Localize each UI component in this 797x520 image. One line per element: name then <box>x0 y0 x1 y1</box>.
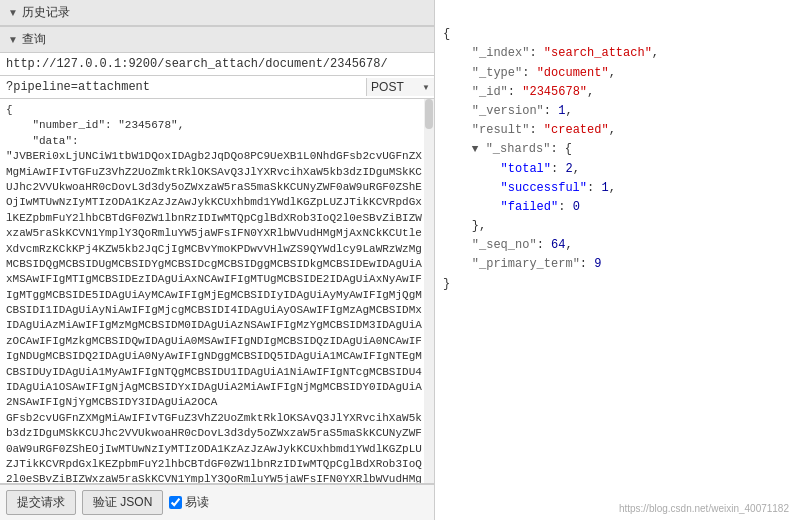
body-editor: { "number_id": "2345678", "data": "JVBER… <box>0 99 434 484</box>
history-label: 历史记录 <box>22 4 70 21</box>
watermark: https://blog.csdn.net/weixin_40071182 <box>619 503 789 514</box>
bottom-bar: 提交请求 验证 JSON 易读 <box>0 484 434 520</box>
history-arrow-icon: ▼ <box>8 7 18 18</box>
method-select[interactable]: POST GET PUT DELETE HEAD <box>371 80 430 94</box>
query-label: 查询 <box>22 31 46 48</box>
url-bar <box>0 53 434 76</box>
easy-read-checkbox-wrapper[interactable]: 易读 <box>169 494 209 511</box>
pipeline-input[interactable] <box>0 76 366 98</box>
method-bar: POST GET PUT DELETE HEAD ▼ <box>0 76 434 99</box>
easy-read-label: 易读 <box>185 494 209 511</box>
left-panel: ▼ 历史记录 ▼ 查询 POST GET PUT DELETE HEAD <box>0 0 435 520</box>
json-viewer: { "_index": "search_attach", "_type": "d… <box>443 6 789 313</box>
right-panel: { "_index": "search_attach", "_type": "d… <box>435 0 797 520</box>
method-select-wrapper: POST GET PUT DELETE HEAD ▼ <box>366 78 434 96</box>
body-scrollbar[interactable] <box>424 99 434 483</box>
easy-read-checkbox[interactable] <box>169 496 182 509</box>
body-textarea[interactable]: { "number_id": "2345678", "data": "JVBER… <box>0 99 434 483</box>
submit-button[interactable]: 提交请求 <box>6 490 76 515</box>
history-section: ▼ 历史记录 <box>0 0 434 27</box>
query-header[interactable]: ▼ 查询 <box>0 27 434 53</box>
url-input[interactable] <box>0 53 434 75</box>
scrollbar-thumb <box>425 99 433 129</box>
history-header[interactable]: ▼ 历史记录 <box>0 0 434 26</box>
validate-button[interactable]: 验证 JSON <box>82 490 163 515</box>
query-section: ▼ 查询 POST GET PUT DELETE HEAD ▼ { <box>0 27 434 520</box>
query-arrow-icon: ▼ <box>8 34 18 45</box>
